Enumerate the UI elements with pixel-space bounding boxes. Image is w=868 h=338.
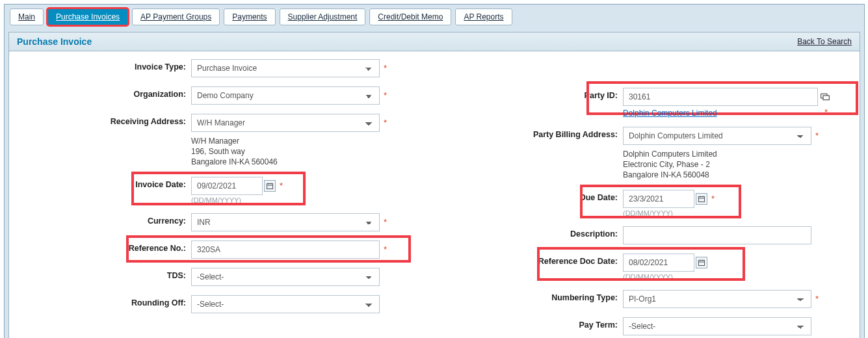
panel: Purchase Invoice Back To Search Invoice …	[8, 32, 860, 338]
left-column: Invoice Type: Purchase Invoice * Organiz…	[16, 59, 421, 338]
tab-bar: Main Purchase Invoices AP Payment Groups…	[8, 8, 860, 32]
rounding-off-select[interactable]: -Select-	[191, 295, 380, 313]
date-format-hint: (DD/MM/YYYY)	[623, 209, 673, 217]
description-label: Description:	[447, 226, 623, 239]
party-name-link[interactable]: Dolphin Computers Limited	[623, 109, 717, 118]
party-id-label: Party ID:	[447, 88, 623, 100]
form-body: Invoice Type: Purchase Invoice * Organiz…	[9, 51, 860, 338]
receiving-address-label: Receiving Address:	[16, 114, 191, 126]
panel-header: Purchase Invoice Back To Search	[9, 32, 860, 51]
invoice-type-label: Invoice Type:	[16, 59, 191, 72]
reference-no-label: Reference No.:	[16, 240, 191, 253]
lookup-icon[interactable]	[821, 92, 831, 101]
required-mark: *	[815, 127, 819, 145]
right-column: Party ID: Dolphin Computers Limited *	[447, 59, 853, 338]
due-date-label: Due Date:	[447, 190, 623, 202]
reference-doc-date-label: Reference Doc Date:	[447, 254, 623, 266]
required-mark: *	[384, 240, 387, 259]
receiving-address-select[interactable]: W/H Manager	[191, 114, 380, 132]
currency-label: Currency:	[16, 213, 191, 226]
required-mark: *	[280, 177, 283, 195]
party-billing-address-display: Dolphin Computers Limited Electronic Cit…	[623, 149, 717, 181]
required-mark: *	[384, 86, 387, 105]
tab-payments[interactable]: Payments	[224, 8, 275, 25]
date-format-hint: (DD/MM/YYYY)	[191, 196, 241, 204]
invoice-type-select[interactable]: Purchase Invoice	[191, 59, 380, 77]
tab-supplier-adjustment[interactable]: Supplier Adjustment	[280, 8, 366, 25]
tab-credit-debit-memo[interactable]: Credit/Debit Memo	[369, 8, 451, 25]
reference-no-input[interactable]	[191, 240, 380, 259]
required-mark: *	[384, 114, 387, 132]
currency-select[interactable]: INR	[191, 213, 380, 231]
party-billing-address-label: Party Billing Address:	[447, 127, 623, 139]
tab-purchase-invoices[interactable]: Purchase Invoices	[47, 8, 128, 25]
back-to-search-link[interactable]: Back To Search	[797, 37, 852, 46]
receiving-address-display: W/H Manager 196, South way Bangalore IN-…	[191, 136, 278, 168]
calendar-icon[interactable]	[264, 180, 276, 192]
pay-term-select[interactable]: -Select-	[623, 317, 811, 335]
app-frame: Main Purchase Invoices AP Payment Groups…	[4, 4, 865, 338]
organization-select[interactable]: Demo Company	[191, 86, 380, 105]
invoice-date-input[interactable]	[191, 177, 263, 195]
pay-term-label: Pay Term:	[447, 317, 623, 330]
required-mark: *	[384, 213, 387, 231]
required-mark: *	[824, 103, 828, 122]
organization-label: Organization:	[16, 86, 191, 99]
rounding-off-label: Rounding Off:	[16, 295, 191, 307]
svg-rect-6	[699, 196, 705, 202]
svg-rect-5	[823, 96, 829, 100]
party-billing-address-select[interactable]: Dolphin Computers Limited	[623, 127, 811, 145]
tds-label: TDS:	[16, 268, 191, 280]
panel-title: Purchase Invoice	[17, 36, 92, 47]
required-mark: *	[711, 190, 715, 208]
svg-rect-0	[267, 183, 273, 188]
svg-rect-10	[699, 260, 705, 265]
numbering-type-select[interactable]: PI-Org1	[623, 290, 811, 308]
tab-ap-reports[interactable]: AP Reports	[455, 8, 512, 25]
calendar-icon[interactable]	[696, 257, 707, 268]
due-date-input[interactable]	[623, 190, 694, 208]
description-input[interactable]	[623, 226, 811, 244]
required-mark: *	[815, 290, 819, 308]
date-format-hint: (DD/MM/YYYY)	[623, 273, 673, 281]
tds-select[interactable]: -Select-	[191, 268, 380, 286]
party-id-input[interactable]	[623, 88, 818, 106]
calendar-icon[interactable]	[696, 193, 707, 205]
required-mark: *	[384, 59, 387, 77]
invoice-date-label: Invoice Date:	[16, 177, 191, 189]
numbering-type-label: Numbering Type:	[447, 290, 623, 302]
tab-ap-payment-groups[interactable]: AP Payment Groups	[132, 8, 220, 25]
tab-main[interactable]: Main	[10, 8, 44, 25]
reference-doc-date-input[interactable]	[623, 254, 694, 272]
